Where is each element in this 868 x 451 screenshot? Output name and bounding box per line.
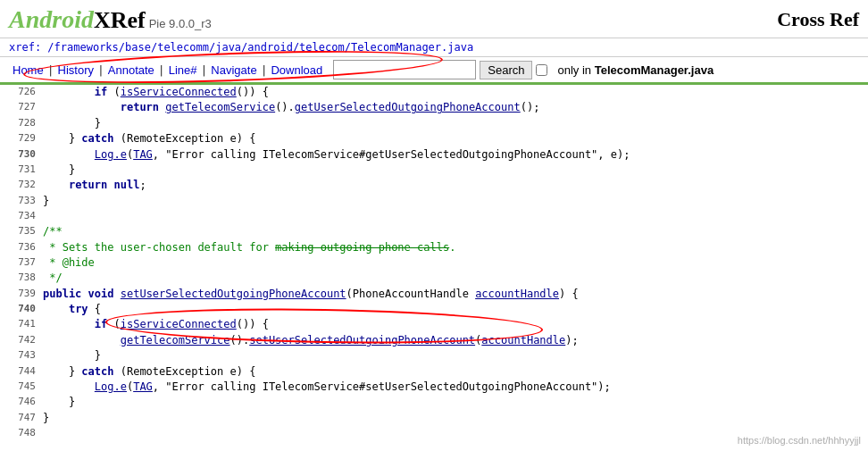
table-row: 730 Log.e(TAG, "Error calling ITelecomSe… <box>0 147 868 163</box>
table-row: 734 <box>0 209 868 224</box>
line-content: try { <box>43 302 868 317</box>
line-content: if (isServiceConnected()) { <box>43 317 868 332</box>
table-row: 729 } catch (RemoteException e) { <box>0 131 868 146</box>
table-row: 741 if (isServiceConnected()) { <box>0 317 868 332</box>
logo-area: Android XRef Pie 9.0.0_r3 <box>9 5 212 34</box>
logo-version: Pie 9.0.0_r3 <box>149 17 212 30</box>
line-number: 737 <box>0 255 43 270</box>
table-row: 744 } catch (RemoteException e) { <box>0 364 868 380</box>
table-row: 739public void setUserSelectedOutgoingPh… <box>0 287 868 302</box>
nav-sep-3: | <box>158 63 165 77</box>
logo-android: Android <box>9 5 94 34</box>
line-number: 732 <box>0 178 43 192</box>
nav-sep-5: | <box>261 63 268 77</box>
table-row: 746 } <box>0 395 868 410</box>
line-number: 726 <box>0 85 43 99</box>
line-number: 748 <box>0 426 43 440</box>
table-row: 726 if (isServiceConnected()) { <box>0 85 868 100</box>
table-row: 740 try { <box>0 302 868 317</box>
line-content: getTelecomService().setUserSelectedOutgo… <box>43 333 868 348</box>
nav-sep-4: | <box>200 63 207 77</box>
table-row: 735/** <box>0 224 868 239</box>
nav-home[interactable]: Home <box>9 63 47 77</box>
line-content: } <box>43 163 868 178</box>
table-row: 728 } <box>0 116 868 131</box>
line-number: 729 <box>0 131 43 146</box>
code-area: 726 if (isServiceConnected()) {727 retur… <box>0 85 868 441</box>
table-row: 745 Log.e(TAG, "Error calling ITelecomSe… <box>0 380 868 395</box>
only-in-checkbox[interactable] <box>536 64 547 76</box>
line-number: 745 <box>0 380 43 394</box>
nav-download[interactable]: Download <box>267 63 326 77</box>
line-content: } catch (RemoteException e) { <box>43 131 868 146</box>
table-row: 727 return getTelecomService().getUserSe… <box>0 100 868 115</box>
nav-sep-1: | <box>47 63 54 77</box>
line-number: 730 <box>0 147 43 162</box>
line-number: 746 <box>0 395 43 409</box>
line-number: 742 <box>0 333 43 347</box>
table-row: 738 */ <box>0 271 868 286</box>
table-row: 732 return null; <box>0 178 868 193</box>
line-number: 747 <box>0 411 43 425</box>
table-row: 743 } <box>0 348 868 363</box>
filepath-bar: xref: /frameworks/base/telecomm/java/and… <box>0 38 868 57</box>
line-number: 733 <box>0 194 43 208</box>
line-content: public void setUserSelectedOutgoingPhone… <box>43 287 868 302</box>
line-content: if (isServiceConnected()) { <box>43 85 868 100</box>
table-row: 733} <box>0 194 868 209</box>
line-number: 740 <box>0 302 43 316</box>
only-in-label: only in TelecomManager.java <box>557 63 714 77</box>
table-row: 742 getTelecomService().setUserSelectedO… <box>0 333 868 348</box>
line-content: return getTelecomService().getUserSelect… <box>43 100 868 115</box>
watermark: https://blog.csdn.net/hhhyyjjl <box>738 435 861 446</box>
line-number: 727 <box>0 100 43 114</box>
table-row: 736 * Sets the user-chosen default for m… <box>0 240 868 255</box>
line-content: } <box>43 411 868 426</box>
line-content: /** <box>43 224 868 239</box>
nav-navigate[interactable]: Navigate <box>207 63 260 77</box>
line-number: 736 <box>0 240 43 255</box>
line-number: 743 <box>0 348 43 363</box>
nav-bar: Home | History | Annotate | Line# | Navi… <box>0 57 868 85</box>
search-button[interactable]: Search <box>480 61 532 79</box>
line-content: } <box>43 348 868 363</box>
nav-sep-2: | <box>97 63 104 77</box>
line-content: return null; <box>43 178 868 193</box>
nav-annotate[interactable]: Annotate <box>104 63 158 77</box>
table-row: 737 * @hide <box>0 255 868 271</box>
line-content: } <box>43 116 868 131</box>
only-in-filename: TelecomManager.java <box>595 63 714 77</box>
cross-ref-title: Cross Ref <box>777 8 859 31</box>
line-content: * Sets the user-chosen default for makin… <box>43 240 868 255</box>
line-content: Log.e(TAG, "Error calling ITelecomServic… <box>43 380 868 395</box>
line-number: 741 <box>0 317 43 331</box>
search-input[interactable] <box>333 60 476 79</box>
line-number: 739 <box>0 287 43 301</box>
logo-xref: XRef <box>94 7 146 34</box>
line-number: 735 <box>0 224 43 238</box>
search-box-area: Search only in TelecomManager.java <box>333 60 714 79</box>
table-row: 731 } <box>0 163 868 178</box>
line-number: 731 <box>0 163 43 177</box>
line-content: * @hide <box>43 255 868 271</box>
line-content: } <box>43 194 868 209</box>
line-number: 728 <box>0 116 43 130</box>
line-content: Log.e(TAG, "Error calling ITelecomServic… <box>43 147 868 163</box>
filepath-link[interactable]: xref: /frameworks/base/telecomm/java/and… <box>9 41 473 54</box>
line-number: 738 <box>0 271 43 285</box>
line-number: 734 <box>0 209 43 223</box>
table-row: 747} <box>0 411 868 426</box>
line-content: } <box>43 395 868 410</box>
line-number: 744 <box>0 364 43 379</box>
header: Android XRef Pie 9.0.0_r3 Cross Ref <box>0 0 868 38</box>
line-content: */ <box>43 271 868 286</box>
nav-history[interactable]: History <box>54 63 97 77</box>
nav-line[interactable]: Line# <box>165 63 201 77</box>
line-content: } catch (RemoteException e) { <box>43 364 868 380</box>
